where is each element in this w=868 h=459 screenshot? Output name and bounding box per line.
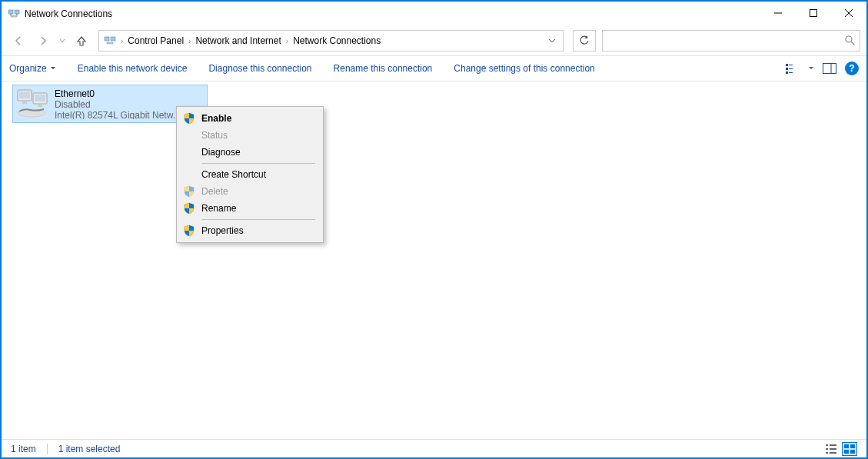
svg-rect-25 <box>38 104 42 107</box>
svg-rect-8 <box>105 37 109 41</box>
svg-rect-28 <box>830 444 836 446</box>
svg-rect-13 <box>789 65 793 65</box>
svg-rect-32 <box>830 452 836 454</box>
breadcrumb-item[interactable]: Network Connections <box>290 32 384 50</box>
navbar: › Control Panel › Network and Internet ›… <box>2 26 866 55</box>
svg-rect-30 <box>830 448 836 450</box>
refresh-button[interactable] <box>573 30 596 52</box>
change-settings-button[interactable]: Change settings of this connection <box>454 63 594 74</box>
svg-rect-5 <box>810 10 817 17</box>
svg-rect-9 <box>111 37 115 41</box>
connection-device: Intel(R) 82574L Gigabit Netw... <box>55 110 181 119</box>
menu-separator <box>201 219 315 220</box>
svg-rect-33 <box>844 444 849 448</box>
view-options-button[interactable] <box>785 61 800 76</box>
svg-rect-1 <box>15 10 19 14</box>
svg-rect-34 <box>850 444 855 448</box>
window-controls <box>760 2 866 26</box>
context-status: Status <box>178 127 321 144</box>
context-create-shortcut[interactable]: Create Shortcut <box>178 166 321 183</box>
menu-separator <box>201 163 315 164</box>
window-title: Network Connections <box>25 8 760 19</box>
content-area[interactable]: Ethernet0 Disabled Intel(R) 82574L Gigab… <box>2 81 866 441</box>
svg-rect-0 <box>8 10 13 14</box>
context-enable[interactable]: Enable <box>178 110 321 127</box>
svg-rect-3 <box>16 14 18 15</box>
search-icon[interactable] <box>844 35 855 48</box>
details-view-button[interactable] <box>823 442 839 456</box>
help-button[interactable]: ? <box>845 62 859 75</box>
context-menu: Enable Status Diagnose Create Shortcut D… <box>176 106 324 243</box>
up-button[interactable] <box>71 30 92 52</box>
shield-icon <box>183 112 195 125</box>
chevron-right-icon[interactable]: › <box>187 37 192 45</box>
app-icon <box>8 8 20 20</box>
svg-rect-18 <box>823 64 836 74</box>
status-bar: 1 item 1 item selected <box>2 439 866 457</box>
titlebar: Network Connections <box>2 2 866 26</box>
forward-button[interactable] <box>32 30 54 52</box>
address-bar[interactable]: › Control Panel › Network and Internet ›… <box>98 30 564 52</box>
svg-rect-31 <box>826 452 828 454</box>
chevron-down-icon[interactable] <box>808 65 814 72</box>
status-separator <box>47 444 48 454</box>
context-properties[interactable]: Properties <box>178 222 321 239</box>
svg-rect-14 <box>786 68 788 70</box>
connection-text: Ethernet0 Disabled Intel(R) 82574L Gigab… <box>55 88 181 119</box>
chevron-right-icon[interactable]: › <box>284 37 290 45</box>
svg-rect-35 <box>844 450 849 454</box>
svg-rect-23 <box>35 95 45 101</box>
svg-rect-36 <box>850 450 855 454</box>
address-icon <box>102 33 118 48</box>
svg-point-10 <box>846 36 852 42</box>
svg-rect-27 <box>826 444 828 446</box>
connection-name: Ethernet0 <box>55 88 181 99</box>
command-bar: Organize Enable this network device Diag… <box>2 55 866 81</box>
svg-rect-29 <box>826 448 828 450</box>
svg-rect-16 <box>786 72 788 74</box>
svg-rect-12 <box>786 64 788 66</box>
breadcrumb-item[interactable]: Control Panel <box>125 32 187 50</box>
shield-icon <box>183 202 195 215</box>
svg-rect-2 <box>10 14 12 15</box>
chevron-right-icon[interactable]: › <box>119 37 125 45</box>
shield-icon <box>183 185 195 198</box>
close-button[interactable] <box>831 2 866 25</box>
svg-rect-21 <box>19 91 30 98</box>
breadcrumb-item[interactable]: Network and Internet <box>192 32 284 50</box>
maximize-button[interactable] <box>796 2 831 25</box>
context-delete: Delete <box>178 183 321 200</box>
rename-button[interactable]: Rename this connection <box>334 63 433 74</box>
shield-icon <box>183 225 195 237</box>
svg-rect-17 <box>789 72 793 73</box>
diagnose-button[interactable]: Diagnose this connection <box>208 63 311 74</box>
svg-rect-15 <box>789 68 793 69</box>
minimize-button[interactable] <box>760 2 796 25</box>
status-count: 1 item <box>11 444 36 454</box>
recent-dropdown[interactable] <box>57 30 68 52</box>
search-box[interactable] <box>602 30 860 52</box>
svg-rect-24 <box>22 101 27 104</box>
network-adapter-icon <box>16 88 50 119</box>
chevron-down-icon <box>50 65 56 72</box>
connection-status: Disabled <box>55 99 181 110</box>
address-dropdown[interactable] <box>543 31 561 51</box>
svg-line-11 <box>851 42 854 45</box>
icons-view-button[interactable] <box>842 442 857 456</box>
context-rename[interactable]: Rename <box>178 200 321 217</box>
back-button[interactable] <box>8 30 29 52</box>
preview-pane-button[interactable] <box>822 61 837 76</box>
organize-button[interactable]: Organize <box>9 63 56 74</box>
enable-device-button[interactable]: Enable this network device <box>78 63 188 74</box>
context-diagnose[interactable]: Diagnose <box>178 144 321 161</box>
status-selected: 1 item selected <box>58 444 121 454</box>
